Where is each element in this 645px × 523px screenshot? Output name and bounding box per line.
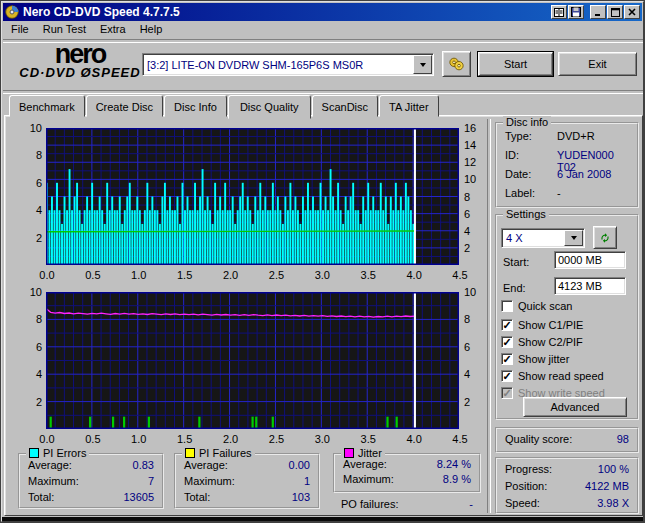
stat-label: Average: [343,458,387,470]
progress-panel: Progress:100 % Position:4122 MB Speed:3.… [495,457,639,514]
y-axis-right-tick: 6 [464,208,470,220]
save-button[interactable] [568,5,584,19]
stat-label: Total: [28,491,54,503]
checkbox-box[interactable] [501,300,513,312]
start-button[interactable]: Start [478,52,553,76]
checkbox-show-read-speed[interactable]: ✓Show read speed [501,369,604,382]
pi-errors-title: PI Errors [43,447,86,459]
stat-value: 0.00 [289,459,310,471]
x-axis-tick: 1.0 [128,269,150,281]
start-field-value: 0000 MB [558,254,602,266]
disc-date-label: Date: [505,168,531,180]
start-field[interactable]: 0000 MB [554,251,626,269]
drive-select-value: [3:2] LITE-ON DVDRW SHM-165P6S MS0R [143,59,412,71]
speed-select-dropdown-button[interactable] [564,230,583,246]
x-axis-tick: 3.5 [357,433,379,445]
start-field-label: Start: [503,256,529,268]
speed-value: 3.98 X [597,497,629,509]
checkbox-label: Show jitter [518,353,569,365]
quality-score-label: Quality score: [505,433,572,445]
checkbox-show-c1-pie[interactable]: ✓Show C1/PIE [501,318,583,331]
x-axis-tick: 2.0 [220,269,242,281]
drive-select[interactable]: [3:2] LITE-ON DVDRW SHM-165P6S MS0R [142,53,434,76]
speed-select[interactable]: 4 X [501,228,585,248]
menu-help[interactable]: Help [133,22,170,38]
vertical-divider [487,119,491,513]
y-axis-right-tick: 4 [464,368,470,380]
tab-benchmark[interactable]: Benchmark [9,95,85,117]
disc-eject-button[interactable] [442,51,471,77]
disc-type-label: Type: [505,130,532,142]
advanced-button[interactable]: Advanced [523,397,627,417]
menu-file[interactable]: File [4,22,36,38]
y-axis-left-tick: 8 [18,313,42,325]
stat-value: 0.83 [133,459,154,471]
pi-failures-title: PI Failures [199,447,252,459]
tab-label: Benchmark [19,101,75,113]
checkbox-label: Show C2/PIF [518,336,583,348]
y-axis-left-tick: 10 [18,286,42,298]
x-axis-tick: 1.0 [128,433,150,445]
x-axis-tick: 2.5 [265,269,287,281]
checkbox-box[interactable]: ✓ [501,336,513,348]
tab-disc-quality[interactable]: Disc Quality [228,95,311,119]
disc-type-value: DVD+R [557,130,595,142]
nero-logo: nero CD·DVD ØSPEED [15,43,145,80]
exit-button[interactable]: Exit [558,52,637,76]
end-field[interactable]: 4123 MB [554,277,626,295]
stat-value: 8.24 % [437,458,471,470]
book-button[interactable] [551,5,567,19]
y-axis-left-tick: 2 [18,396,42,408]
stat-value: 13605 [123,491,154,503]
app-window: Nero CD-DVD Speed 4.7.7.5 [0,0,645,523]
drive-select-dropdown-button[interactable] [413,55,432,74]
x-axis-tick: 4.0 [403,269,425,281]
speed-label: Speed: [505,497,540,509]
y-axis-right-tick: 16 [464,122,476,134]
book-icon [554,8,564,17]
disc-info-title: Disc info [506,116,548,128]
y-axis-left-tick: 6 [18,341,42,353]
menu-run-test[interactable]: Run Test [36,22,93,38]
stat-label: Maximum: [28,475,79,487]
cddvdspeed-logo-text: CD·DVD ØSPEED [15,65,145,80]
refresh-button[interactable] [593,226,617,249]
checkbox-box[interactable]: ✓ [501,319,513,331]
end-field-value: 4123 MB [558,280,602,292]
pi-failures-swatch [185,448,195,458]
x-axis-tick: 3.5 [357,269,379,281]
stat-value: 1 [304,475,310,487]
menu-extra[interactable]: Extra [93,22,133,38]
disc-label-value: - [557,187,561,199]
title-bar[interactable]: Nero CD-DVD Speed 4.7.7.5 [3,3,642,21]
checkbox-show-c2-pif[interactable]: ✓Show C2/PIF [501,335,583,348]
pi-errors-panel: PI Errors Average:0.83 Maximum:7 Total:1… [18,453,164,509]
y-axis-right-tick: 14 [464,139,476,151]
close-button[interactable] [624,5,640,19]
checkbox-show-jitter[interactable]: ✓Show jitter [501,352,569,365]
tab-ta-jitter[interactable]: TA Jitter [379,95,439,117]
quality-score-value: 98 [617,433,629,445]
minimize-button[interactable] [590,5,606,19]
jitter-panel: Jitter Average:8.24 % Maximum:8.9 % [333,453,481,493]
checkbox-box[interactable]: ✓ [501,370,513,382]
tab-disc-info[interactable]: Disc Info [164,95,227,117]
chevron-down-icon [571,236,577,240]
x-axis-tick: 0.0 [36,433,58,445]
checkbox-quick-scan[interactable]: Quick scan [501,299,572,312]
tab-label: ScanDisc [322,101,368,113]
refresh-icon [600,231,610,245]
disc-date-value: 6 Jan 2008 [557,168,611,180]
y-axis-left-tick: 4 [18,204,42,216]
maximize-icon [611,8,620,17]
position-label: Position: [505,480,547,492]
tab-scandisc[interactable]: ScanDisc [312,95,378,117]
x-axis-tick: 3.0 [311,433,333,445]
x-axis-tick: 4.5 [449,269,471,281]
tab-create-disc[interactable]: Create Disc [86,95,163,117]
tab-strip: Benchmark Create Disc Disc Info Disc Qua… [9,95,440,117]
y-axis-right-tick: 4 [464,225,470,237]
maximize-button[interactable] [607,5,623,19]
stat-label: Average: [184,459,228,471]
checkbox-box[interactable]: ✓ [501,353,513,365]
